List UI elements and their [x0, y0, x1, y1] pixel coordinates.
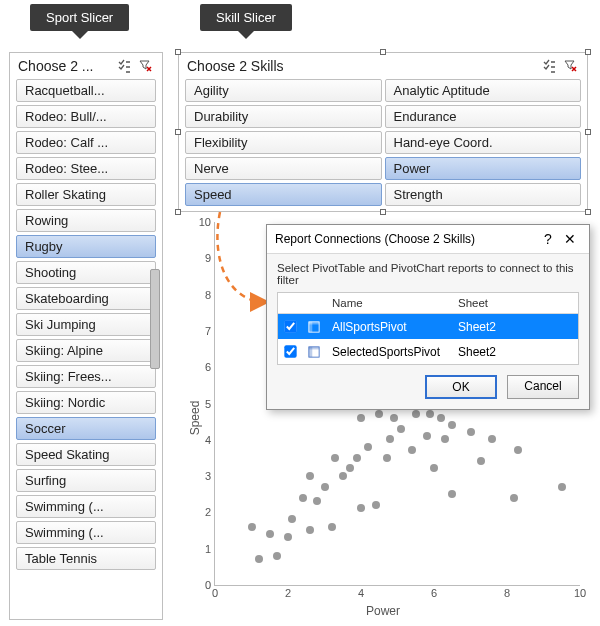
sport-item[interactable]: Rodeo: Calf ...	[16, 131, 156, 154]
y-tick: 1	[205, 543, 215, 555]
sport-item[interactable]: Rowing	[16, 209, 156, 232]
data-point	[467, 428, 475, 436]
resize-handle[interactable]	[175, 209, 181, 215]
data-point	[426, 410, 434, 418]
row-checkbox[interactable]	[284, 320, 296, 332]
sport-item[interactable]: Swimming (...	[16, 521, 156, 544]
sport-item[interactable]: Roller Skating	[16, 183, 156, 206]
data-point	[448, 490, 456, 498]
resize-handle[interactable]	[175, 129, 181, 135]
sport-item[interactable]: Rodeo: Stee...	[16, 157, 156, 180]
connections-table: Name Sheet AllSportsPivotSheet2SelectedS…	[277, 292, 579, 365]
x-tick: 10	[574, 585, 586, 599]
y-tick: 7	[205, 325, 215, 337]
multiselect-icon[interactable]	[539, 57, 559, 75]
skill-item[interactable]: Strength	[385, 183, 582, 206]
data-point	[437, 414, 445, 422]
table-row[interactable]: SelectedSportsPivotSheet2	[278, 339, 578, 364]
sport-item[interactable]: Skiing: Alpine	[16, 339, 156, 362]
skill-item[interactable]: Endurance	[385, 105, 582, 128]
svg-rect-5	[309, 346, 319, 349]
close-icon[interactable]: ✕	[559, 231, 581, 247]
sport-item[interactable]: Swimming (...	[16, 495, 156, 518]
x-tick: 6	[431, 585, 437, 599]
data-point	[248, 523, 256, 531]
data-point	[514, 446, 522, 454]
resize-handle[interactable]	[585, 49, 591, 55]
skill-item[interactable]: Analytic Aptitude	[385, 79, 582, 102]
data-point	[266, 530, 274, 538]
col-name: Name	[326, 293, 452, 313]
data-point	[328, 523, 336, 531]
skill-item[interactable]: Power	[385, 157, 582, 180]
sport-slicer: Choose 2 ... Racquetball...Rodeo: Bull/.…	[9, 52, 163, 620]
data-point	[364, 443, 372, 451]
data-point	[255, 555, 263, 563]
clear-filter-icon[interactable]	[136, 57, 156, 75]
skill-slicer: Choose 2 Skills AgilityAnalytic Aptitude…	[178, 52, 588, 212]
data-point	[383, 454, 391, 462]
pivot-icon	[302, 342, 326, 362]
skill-slicer-body: AgilityAnalytic AptitudeDurabilityEndura…	[179, 79, 587, 212]
y-tick: 3	[205, 470, 215, 482]
y-tick: 5	[205, 398, 215, 410]
data-point	[273, 552, 281, 560]
data-point	[299, 494, 307, 502]
callout-skill-slicer: Skill Slicer	[200, 4, 292, 31]
ok-button[interactable]: OK	[425, 375, 497, 399]
resize-handle[interactable]	[175, 49, 181, 55]
multiselect-icon[interactable]	[114, 57, 134, 75]
sport-item[interactable]: Skateboarding	[16, 287, 156, 310]
data-point	[510, 494, 518, 502]
data-point	[284, 533, 292, 541]
resize-handle[interactable]	[585, 209, 591, 215]
callout-sport-slicer: Sport Slicer	[30, 4, 129, 31]
x-axis-label: Power	[366, 604, 400, 618]
sport-item[interactable]: Shooting	[16, 261, 156, 284]
resize-handle[interactable]	[585, 129, 591, 135]
sport-item[interactable]: Skiing: Frees...	[16, 365, 156, 388]
sport-item[interactable]: Surfing	[16, 469, 156, 492]
sport-item[interactable]: Soccer	[16, 417, 156, 440]
data-point	[288, 515, 296, 523]
sport-item[interactable]: Skiing: Nordic	[16, 391, 156, 414]
resize-handle[interactable]	[380, 49, 386, 55]
data-point	[488, 435, 496, 443]
data-point	[306, 472, 314, 480]
data-point	[477, 457, 485, 465]
data-point	[339, 472, 347, 480]
sport-item[interactable]: Rugby	[16, 235, 156, 258]
skill-item[interactable]: Speed	[185, 183, 382, 206]
sport-slicer-title: Choose 2 ...	[18, 58, 112, 74]
pivot-icon	[302, 317, 326, 337]
y-tick: 9	[205, 252, 215, 264]
sport-item[interactable]: Speed Skating	[16, 443, 156, 466]
sport-item[interactable]: Ski Jumping	[16, 313, 156, 336]
help-icon[interactable]: ?	[537, 231, 559, 247]
skill-slicer-title: Choose 2 Skills	[187, 58, 537, 74]
skill-item[interactable]: Agility	[185, 79, 382, 102]
scrollbar-thumb[interactable]	[150, 269, 160, 369]
skill-item[interactable]: Nerve	[185, 157, 382, 180]
skill-item[interactable]: Durability	[185, 105, 382, 128]
row-checkbox[interactable]	[284, 345, 296, 357]
svg-rect-2	[309, 321, 319, 324]
clear-filter-icon[interactable]	[561, 57, 581, 75]
resize-handle[interactable]	[380, 209, 386, 215]
sport-item[interactable]: Rodeo: Bull/...	[16, 105, 156, 128]
dialog-titlebar[interactable]: Report Connections (Choose 2 Skills) ? ✕	[267, 225, 589, 254]
table-row[interactable]: AllSportsPivotSheet2	[278, 314, 578, 339]
skill-item[interactable]: Hand-eye Coord.	[385, 131, 582, 154]
sport-item[interactable]: Table Tennis	[16, 547, 156, 570]
data-point	[375, 410, 383, 418]
report-connections-dialog: Report Connections (Choose 2 Skills) ? ✕…	[266, 224, 590, 410]
sport-slicer-body: Racquetball...Rodeo: Bull/...Rodeo: Calf…	[10, 79, 162, 579]
skill-item[interactable]: Flexibility	[185, 131, 382, 154]
sport-item[interactable]: Racquetball...	[16, 79, 156, 102]
scrollbar[interactable]	[148, 79, 162, 579]
cancel-button[interactable]: Cancel	[507, 375, 579, 399]
data-point	[397, 425, 405, 433]
x-tick: 0	[212, 585, 218, 599]
data-point	[353, 454, 361, 462]
data-point	[321, 483, 329, 491]
